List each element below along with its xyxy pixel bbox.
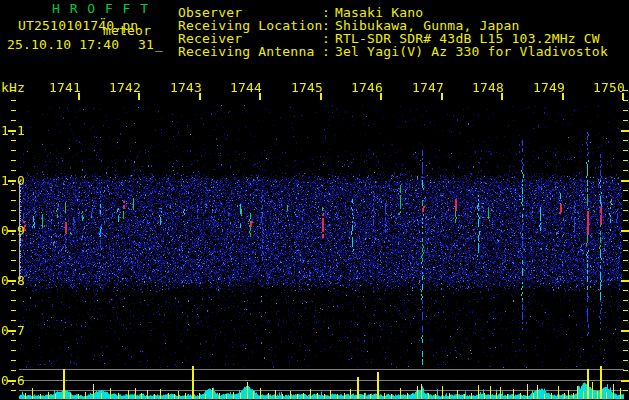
freq-tick-right bbox=[623, 390, 628, 391]
time-tick-label: 1744 bbox=[227, 81, 262, 94]
freq-tick bbox=[11, 210, 16, 211]
freq-tick bbox=[11, 200, 16, 201]
time-tick-label: 1749 bbox=[530, 81, 565, 94]
freq-tick-label: 0.6 bbox=[1, 374, 25, 387]
freq-tick bbox=[11, 390, 16, 391]
freq-tick bbox=[11, 370, 16, 371]
time-tick-label: 1750 bbox=[590, 81, 625, 94]
freq-tick-label: 0.9 bbox=[1, 224, 25, 237]
info-row: Receiving Antenna:3el Yagi(V) Az 330 for… bbox=[178, 45, 628, 58]
freq-tick-right bbox=[621, 230, 629, 232]
freq-tick bbox=[11, 340, 16, 341]
time-tick-label: 1746 bbox=[348, 81, 383, 94]
time-tick-label: 1748 bbox=[469, 81, 504, 94]
freq-tick-right bbox=[623, 100, 628, 101]
freq-tick bbox=[11, 160, 16, 161]
time-tick-label: 1747 bbox=[409, 81, 444, 94]
time-tick-label: 1741 bbox=[46, 81, 81, 94]
freq-tick bbox=[11, 360, 16, 361]
time-tick bbox=[441, 93, 443, 100]
freq-tick-right bbox=[623, 320, 628, 321]
freq-tick-right bbox=[621, 180, 629, 182]
freq-tick-right bbox=[623, 260, 628, 261]
freq-tick-right bbox=[623, 240, 628, 241]
freq-tick bbox=[11, 320, 16, 321]
time-tick bbox=[78, 93, 80, 100]
info-label: Receiving Antenna bbox=[178, 45, 314, 58]
freq-tick bbox=[11, 90, 16, 91]
info-colon: : bbox=[322, 45, 330, 58]
freq-tick-right bbox=[621, 130, 629, 132]
time-tick bbox=[199, 93, 201, 100]
freq-tick-right bbox=[623, 290, 628, 291]
freq-tick bbox=[11, 270, 16, 271]
freq-tick-right bbox=[623, 370, 628, 371]
time-tick bbox=[562, 93, 564, 100]
freq-tick-right bbox=[623, 220, 628, 221]
freq-tick-right bbox=[623, 110, 628, 111]
mode-label: meteor bbox=[103, 24, 151, 37]
time-tick bbox=[259, 93, 261, 100]
time-tick-label: 1742 bbox=[106, 81, 141, 94]
time-tick-label: 1743 bbox=[167, 81, 202, 94]
freq-tick bbox=[11, 250, 16, 251]
freq-tick bbox=[11, 110, 16, 111]
freq-tick bbox=[11, 150, 16, 151]
freq-tick bbox=[11, 290, 16, 291]
freq-tick bbox=[11, 100, 16, 101]
freq-tick-right bbox=[623, 150, 628, 151]
freq-tick-label: 0.7 bbox=[1, 324, 25, 337]
freq-tick-right bbox=[621, 380, 629, 382]
freq-tick bbox=[11, 240, 16, 241]
freq-tick-right bbox=[623, 90, 628, 91]
freq-axis-unit-label: kHz bbox=[1, 81, 25, 94]
time-tick bbox=[138, 93, 140, 100]
freq-tick-right bbox=[623, 200, 628, 201]
freq-tick-label: 0.8 bbox=[1, 274, 25, 287]
freq-tick-right bbox=[623, 340, 628, 341]
time-tick bbox=[380, 93, 382, 100]
text-cursor: _ bbox=[155, 38, 163, 51]
app-title: H R O F F T bbox=[52, 2, 149, 15]
freq-tick bbox=[11, 220, 16, 221]
freq-tick bbox=[11, 310, 16, 311]
freq-tick bbox=[11, 120, 16, 121]
freq-tick-right bbox=[621, 280, 629, 282]
hrofft-window: H R O F F T UT2510101740.pn ¨ meteor 25.… bbox=[0, 0, 629, 400]
freq-tick-right bbox=[623, 170, 628, 171]
freq-tick-right bbox=[623, 250, 628, 251]
freq-tick-right bbox=[623, 160, 628, 161]
freq-tick bbox=[11, 260, 16, 261]
freq-tick bbox=[11, 190, 16, 191]
freq-tick-right bbox=[623, 310, 628, 311]
freq-tick bbox=[11, 300, 16, 301]
freq-tick-right bbox=[623, 350, 628, 351]
time-tick-label: 1745 bbox=[288, 81, 323, 94]
freq-tick-right bbox=[621, 330, 629, 332]
datetime-label: 25.10.10 17:40 bbox=[7, 38, 119, 51]
freq-tick-right bbox=[623, 190, 628, 191]
freq-tick-right bbox=[623, 270, 628, 271]
freq-tick-label: 1.0 bbox=[1, 174, 25, 187]
freq-tick-right bbox=[623, 300, 628, 301]
time-tick bbox=[622, 93, 624, 100]
info-value: 3el Yagi(V) Az 330 for Vladivostok bbox=[335, 45, 608, 58]
time-tick bbox=[501, 93, 503, 100]
freq-tick-right bbox=[623, 140, 628, 141]
signal-level-canvas bbox=[19, 356, 624, 400]
freq-tick-right bbox=[623, 360, 628, 361]
freq-tick-label: 1.1 bbox=[1, 124, 25, 137]
spectrogram-canvas bbox=[20, 105, 622, 368]
freq-tick bbox=[11, 170, 16, 171]
freq-tick-right bbox=[623, 120, 628, 121]
freq-tick bbox=[11, 140, 16, 141]
time-tick bbox=[320, 93, 322, 100]
freq-tick bbox=[11, 350, 16, 351]
echo-counter: 31 bbox=[138, 38, 154, 51]
freq-tick-right bbox=[623, 210, 628, 211]
